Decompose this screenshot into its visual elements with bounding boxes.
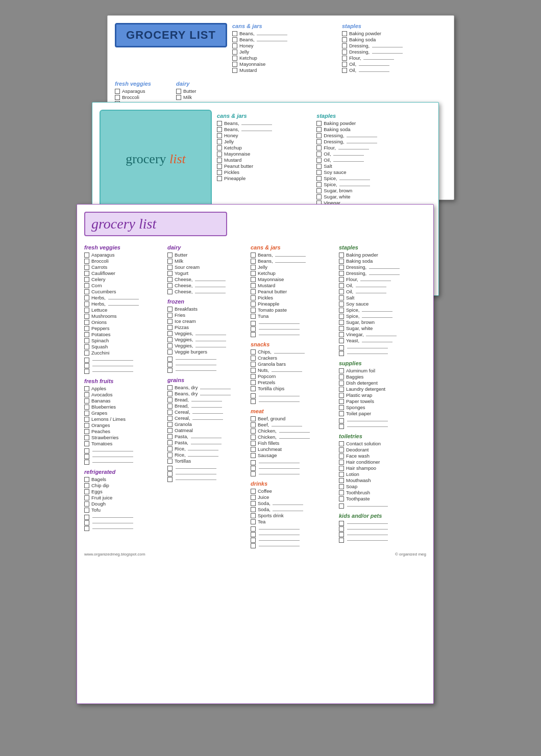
checkbox[interactable] — [251, 326, 256, 332]
checkbox[interactable] — [217, 145, 222, 150]
checkbox[interactable] — [339, 277, 344, 282]
checkbox[interactable] — [167, 337, 173, 342]
checkbox[interactable] — [339, 460, 344, 465]
checkbox[interactable] — [84, 320, 89, 325]
checkbox[interactable] — [339, 532, 344, 537]
checkbox[interactable] — [251, 283, 256, 288]
checkbox[interactable] — [339, 374, 344, 380]
checkbox[interactable] — [316, 194, 322, 199]
checkbox[interactable] — [167, 331, 173, 336]
checkbox[interactable] — [84, 369, 89, 374]
checkbox[interactable] — [339, 387, 344, 392]
checkbox[interactable] — [342, 62, 347, 67]
checkbox[interactable] — [84, 429, 89, 434]
checkbox[interactable] — [84, 460, 89, 465]
checkbox[interactable] — [339, 320, 344, 325]
checkbox[interactable] — [167, 459, 173, 464]
checkbox[interactable] — [217, 127, 222, 132]
checkbox[interactable] — [339, 381, 344, 386]
checkbox[interactable] — [167, 343, 173, 348]
checkbox[interactable] — [316, 182, 322, 187]
checkbox[interactable] — [339, 332, 344, 337]
checkbox[interactable] — [339, 345, 344, 350]
checkbox[interactable] — [84, 423, 89, 428]
checkbox[interactable] — [251, 277, 256, 282]
checkbox[interactable] — [84, 350, 89, 356]
checkbox[interactable] — [339, 289, 344, 294]
checkbox[interactable] — [84, 271, 89, 276]
checkbox[interactable] — [251, 289, 256, 294]
checkbox[interactable] — [251, 259, 256, 264]
checkbox[interactable] — [84, 253, 89, 258]
checkbox[interactable] — [84, 265, 89, 270]
checkbox[interactable] — [339, 526, 344, 532]
checkbox[interactable] — [84, 314, 89, 319]
checkbox[interactable] — [339, 405, 344, 410]
checkbox[interactable] — [217, 170, 222, 175]
checkbox[interactable] — [342, 49, 347, 55]
checkbox[interactable] — [251, 362, 256, 367]
checkbox[interactable] — [167, 466, 173, 471]
checkbox[interactable] — [167, 368, 173, 373]
checkbox[interactable] — [339, 301, 344, 307]
checkbox[interactable] — [339, 538, 344, 543]
checkbox[interactable] — [251, 368, 256, 373]
checkbox[interactable] — [251, 543, 256, 548]
checkbox[interactable] — [339, 326, 344, 331]
checkbox[interactable] — [251, 332, 256, 337]
checkbox[interactable] — [339, 447, 344, 452]
checkbox[interactable] — [339, 308, 344, 313]
checkbox[interactable] — [339, 484, 344, 489]
checkbox[interactable] — [84, 363, 89, 368]
checkbox[interactable] — [339, 259, 344, 264]
checkbox[interactable] — [342, 37, 347, 42]
checkbox[interactable] — [176, 95, 181, 100]
checkbox[interactable] — [316, 127, 322, 132]
checkbox[interactable] — [84, 405, 89, 410]
checkbox[interactable] — [251, 447, 256, 452]
checkbox[interactable] — [316, 145, 322, 150]
checkbox[interactable] — [251, 471, 256, 476]
checkbox[interactable] — [84, 495, 89, 500]
checkbox[interactable] — [251, 295, 256, 300]
checkbox[interactable] — [251, 519, 256, 524]
checkbox[interactable] — [167, 471, 173, 476]
checkbox[interactable] — [167, 410, 173, 415]
checkbox[interactable] — [115, 89, 120, 94]
checkbox[interactable] — [84, 386, 89, 391]
checkbox[interactable] — [339, 441, 344, 446]
checkbox[interactable] — [84, 515, 89, 520]
checkbox[interactable] — [251, 386, 256, 391]
checkbox[interactable] — [251, 532, 256, 537]
checkbox[interactable] — [251, 380, 256, 385]
checkbox[interactable] — [167, 289, 173, 294]
checkbox[interactable] — [339, 418, 344, 423]
checkbox[interactable] — [84, 398, 89, 404]
checkbox[interactable] — [342, 68, 347, 73]
checkbox[interactable] — [232, 37, 237, 42]
checkbox[interactable] — [251, 453, 256, 458]
checkbox[interactable] — [167, 397, 173, 402]
checkbox[interactable] — [339, 521, 344, 526]
checkbox[interactable] — [84, 283, 89, 288]
checkbox[interactable] — [167, 259, 173, 264]
checkbox[interactable] — [339, 393, 344, 398]
checkbox[interactable] — [316, 170, 322, 175]
checkbox[interactable] — [342, 56, 347, 61]
checkbox[interactable] — [115, 95, 120, 100]
checkbox[interactable] — [84, 301, 89, 307]
checkbox[interactable] — [217, 139, 222, 144]
checkbox[interactable] — [316, 133, 322, 138]
checkbox[interactable] — [339, 271, 344, 276]
checkbox[interactable] — [84, 259, 89, 264]
checkbox[interactable] — [251, 495, 256, 500]
checkbox[interactable] — [316, 152, 322, 157]
checkbox[interactable] — [167, 446, 173, 451]
checkbox[interactable] — [167, 253, 173, 258]
checkbox[interactable] — [251, 416, 256, 421]
checkbox[interactable] — [251, 489, 256, 494]
checkbox[interactable] — [339, 314, 344, 319]
checkbox[interactable] — [84, 526, 89, 531]
checkbox[interactable] — [167, 428, 173, 433]
checkbox[interactable] — [232, 31, 237, 36]
